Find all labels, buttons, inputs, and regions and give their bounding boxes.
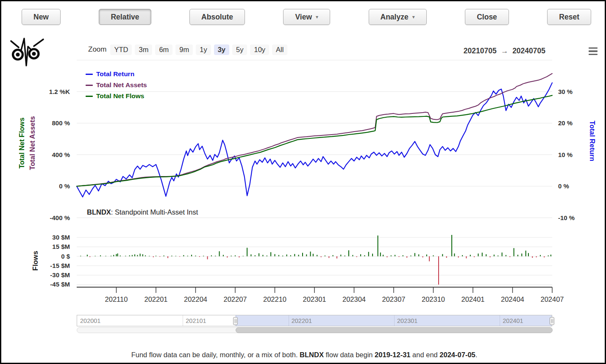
flow-bar (454, 254, 455, 256)
flow-bar (345, 256, 345, 256)
flow-bar (171, 256, 172, 256)
legend-item-total-net-assets[interactable]: Total Net Assets (86, 80, 147, 91)
flow-bar (502, 253, 503, 256)
toolbar-button-relative[interactable]: Relative (99, 9, 151, 25)
footer-text: . (475, 351, 478, 358)
flow-bar (89, 256, 90, 257)
flow-bar (474, 256, 475, 257)
flow-bar (142, 254, 143, 256)
toolbar-button-close[interactable]: Close (465, 9, 509, 25)
flow-bar (282, 256, 283, 256)
navigator[interactable]: 202001202101202201202301202401 (77, 315, 552, 326)
flow-bar (378, 235, 378, 256)
navigator-left-handle[interactable] (233, 317, 238, 325)
flow-bar (399, 256, 400, 257)
flow-bar (521, 254, 522, 256)
flow-bar (317, 255, 317, 256)
x-tick-label: 202404 (495, 295, 531, 303)
legend-item-total-net-flows[interactable]: Total Net Flows (86, 91, 147, 102)
flow-bar (423, 256, 423, 258)
flow-bar (243, 256, 244, 256)
zoom-button-1y[interactable]: 1y (196, 44, 211, 55)
flow-bar (380, 253, 381, 256)
legend-item-total-return[interactable]: Total Return (86, 69, 147, 80)
zoom-button-ytd[interactable]: YTD (110, 44, 132, 55)
flow-bar (132, 255, 133, 256)
flow-bar (458, 256, 459, 258)
flow-bar (360, 254, 361, 256)
main-chart (77, 60, 552, 228)
flow-bar (247, 248, 247, 256)
x-tick-label: 202204 (178, 295, 214, 303)
flow-bar (313, 254, 314, 256)
navigator-label: 202301 (397, 317, 417, 324)
flow-bar (137, 255, 138, 256)
navigator-label: 202101 (186, 317, 206, 324)
flow-bar (532, 256, 533, 258)
flow-bar (321, 256, 322, 257)
toolbar-button-view[interactable]: View▾ (283, 9, 330, 25)
toolbar-button-analyze[interactable]: Analyze▾ (369, 9, 427, 25)
x-tick-label: 202401 (455, 295, 491, 303)
flow-bar (462, 255, 463, 256)
navigator-label: 202201 (292, 317, 312, 324)
y-right-tick-label: 0 % (558, 182, 569, 190)
flow-bar (406, 256, 407, 258)
flow-bar (156, 256, 156, 256)
footer-text: Fund flow data can be daily, monthly, or… (131, 351, 300, 358)
flow-bar (290, 255, 291, 256)
date-to-input[interactable]: 20240705 (512, 47, 545, 55)
flow-bar (106, 256, 106, 256)
flow-bar (159, 256, 160, 257)
toolbar-button-reset[interactable]: Reset (547, 9, 591, 25)
x-tick-label: 202301 (297, 295, 332, 303)
flows-tick-label: 15 $M (39, 243, 70, 250)
flow-bar (187, 256, 188, 256)
zoom-button-all[interactable]: All (272, 44, 287, 55)
flow-bar (116, 254, 117, 256)
chart-menu-button[interactable] (589, 47, 598, 55)
zoom-button-5y[interactable]: 5y (232, 44, 247, 55)
fund-name: : Standpoint Multi-Asset Inst (111, 208, 198, 216)
flow-bar (286, 254, 287, 256)
flow-bar (191, 255, 192, 256)
flow-bar (87, 255, 88, 256)
flow-bar (544, 256, 545, 258)
zoom-button-3y[interactable]: 3y (214, 44, 229, 55)
flow-bar (203, 256, 204, 256)
flows-tick-label: 30 $M (39, 234, 70, 241)
flow-bar (494, 255, 495, 256)
flow-bar (255, 255, 256, 256)
zoom-button-9m[interactable]: 9m (175, 44, 193, 55)
toolbar-button-new[interactable]: New (22, 9, 61, 25)
button-label: Close (477, 13, 497, 22)
flow-bar (442, 254, 443, 256)
flow-bar (478, 254, 479, 256)
x-tick-label: 202110 (99, 295, 134, 303)
x-tick-label: 202304 (336, 295, 372, 303)
owl-logo-icon[interactable] (10, 36, 44, 70)
legend-line-icon (86, 74, 93, 75)
flow-bar (199, 256, 200, 257)
y-left-tick-label: 800 % (39, 119, 70, 127)
x-tick-label: 202310 (416, 295, 451, 303)
zoom-button-6m[interactable]: 6m (155, 44, 172, 55)
toolbar-button-absolute[interactable]: Absolute (189, 9, 245, 25)
flow-bar (548, 255, 549, 256)
flow-bar (386, 256, 387, 257)
legend: Total ReturnTotal Net AssetsTotal Net Fl… (86, 69, 147, 102)
button-label: View (295, 13, 312, 22)
menu-bar (589, 54, 598, 55)
scrollbar-track[interactable] (77, 327, 552, 333)
y-right-tick-label: -10 % (558, 214, 575, 221)
navigator-right-handle[interactable] (550, 317, 554, 325)
button-label: New (33, 13, 49, 22)
scrollbar-thumb[interactable] (236, 327, 553, 333)
date-from-input[interactable]: 20210705 (464, 47, 497, 55)
flow-bar (145, 255, 146, 256)
zoom-button-10y[interactable]: 10y (250, 44, 269, 55)
zoom-button-3m[interactable]: 3m (135, 44, 152, 55)
flow-bar (383, 255, 384, 256)
footer-text: and end (411, 351, 440, 358)
flow-bar (550, 255, 551, 256)
